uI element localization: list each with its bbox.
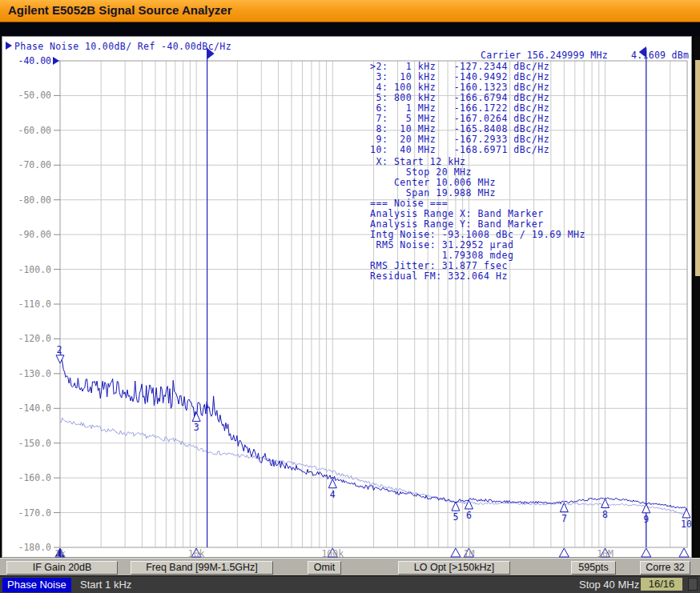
average-counter: 16/16 (641, 578, 682, 591)
ref-level-arrow-icon (53, 57, 59, 65)
corner-button (688, 578, 698, 591)
marker-10-symbol[interactable] (682, 509, 690, 518)
marker-3-symbol[interactable] (192, 412, 200, 421)
graph-header: Phase Noise 10.00dB/ Ref -40.00dBc/Hz (14, 41, 231, 52)
sweep-stop-label: Stop 40 MHz (579, 579, 639, 591)
marker-7-label: 7 (561, 513, 567, 524)
y-tick-label: -170.0 (14, 507, 51, 519)
y-tick-label: -150.0 (14, 438, 51, 449)
marker-8-symbol[interactable] (601, 499, 609, 508)
y-tick-label: -110.0 (14, 299, 51, 310)
y-tick-label: -50.00 (14, 90, 51, 101)
y-tick-label: -70.00 (14, 159, 51, 170)
marker-5-label: 5 (453, 511, 458, 523)
status-button-if-gain[interactable]: IF Gain 20dB (6, 561, 118, 575)
measurement-mode-tab[interactable]: Phase Noise (2, 578, 71, 592)
status-button-lo-opt[interactable]: LO Opt [>150kHz] (398, 561, 510, 575)
phase-noise-plot[interactable]: 2345678910 (0, 0, 700, 593)
marker-8-label: 8 (602, 509, 608, 520)
y-tick-label: -120.0 (14, 333, 51, 344)
axis-marker-10-icon (679, 548, 689, 557)
marker-2-symbol[interactable] (56, 355, 64, 363)
carrier-readout: Carrier 156.249999 MHz (481, 50, 608, 61)
y-tick-label: -90.00 (14, 229, 51, 240)
axis-marker-9-icon (642, 548, 651, 557)
marker-table: >2: 1 kHz -127.2344 dBc/Hz 3: 10 kHz -14… (370, 62, 549, 155)
y-tick-label: -100.0 (14, 264, 51, 275)
marker-6-symbol[interactable] (465, 500, 473, 509)
status-bar: IF Gain 20dBFreq Band [99M-1.5GHz]OmitLO… (0, 558, 700, 575)
marker-5-symbol[interactable] (452, 502, 460, 511)
axis-marker-5-icon (451, 548, 461, 557)
axis-marker-7-icon (559, 548, 569, 557)
status-button-correlation[interactable]: Corre 32 (640, 561, 690, 575)
y-tick-label: -130.0 (14, 368, 51, 379)
y-tick-label: -60.00 (14, 125, 51, 136)
marker-4-label: 4 (330, 489, 336, 500)
marker-3-label: 3 (194, 422, 199, 433)
marker-2-label: 2 (57, 344, 62, 355)
y-tick-label: -140.0 (14, 403, 51, 414)
marker-6-label: 6 (466, 510, 472, 521)
noise-analysis-readout: X: Start 12 kHz Stop 20 MHz Center 10.00… (370, 157, 585, 282)
marker-10-label: 10 (681, 519, 692, 530)
y-tick-label: -160.0 (14, 472, 51, 483)
y-tick-label: -40.00 (14, 55, 51, 66)
status-button-omit[interactable]: Omit (308, 561, 341, 575)
marker-7-symbol[interactable] (560, 503, 568, 512)
sweep-start-label: Start 1 kHz (80, 579, 131, 591)
status-button-freq-band[interactable]: Freq Band [99M-1.5GHz] (131, 561, 273, 575)
marker-9-label: 9 (643, 514, 649, 525)
y-tick-label: -180.0 (14, 542, 51, 553)
power-readout: 4.1609 dBm (631, 50, 689, 61)
trace-select-arrow-icon (6, 42, 12, 50)
bottom-bar: Phase Noise Start 1 kHz Stop 40 MHz 16/1… (0, 575, 700, 593)
y-tick-label: -80.00 (14, 194, 51, 206)
status-button-points[interactable]: 595pts (571, 561, 616, 575)
